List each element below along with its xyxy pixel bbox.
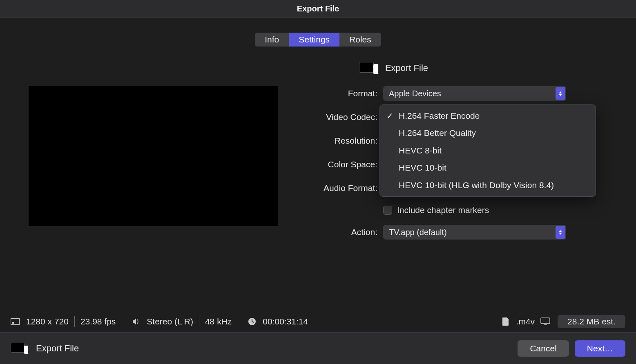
svg-rect-3 bbox=[541, 318, 550, 324]
video-preview bbox=[29, 86, 278, 226]
action-value: TV.app (default) bbox=[389, 228, 447, 237]
file-icon bbox=[502, 317, 509, 326]
tab-roles[interactable]: Roles bbox=[339, 33, 381, 47]
tab-info[interactable]: Info bbox=[255, 33, 289, 47]
footer-title: Export File bbox=[36, 343, 79, 354]
aspect-icon bbox=[11, 318, 20, 325]
format-value: Apple Devices bbox=[389, 89, 441, 98]
checkmark-icon: ✓ bbox=[386, 110, 393, 122]
status-fps: 23.98 fps bbox=[80, 317, 116, 326]
footer: Export File Cancel Next… bbox=[0, 332, 636, 364]
export-header: Export File bbox=[151, 62, 636, 74]
main-panel: Info Settings Roles Export File Format: … bbox=[0, 18, 636, 332]
chapter-markers-label: Include chapter markers bbox=[397, 205, 489, 215]
devices-icon bbox=[359, 62, 379, 74]
titlebar: Export File bbox=[0, 0, 636, 18]
svg-rect-4 bbox=[544, 324, 547, 325]
chevron-updown-icon bbox=[556, 87, 565, 100]
tab-settings[interactable]: Settings bbox=[289, 33, 339, 47]
resolution-label: Resolution: bbox=[306, 136, 377, 146]
color-space-label: Color Space: bbox=[306, 160, 377, 169]
codec-option-hevc-8bit[interactable]: HEVC 8-bit bbox=[380, 142, 596, 159]
format-select[interactable]: Apple Devices bbox=[383, 86, 566, 101]
devices-icon bbox=[11, 343, 29, 354]
action-label: Action: bbox=[306, 227, 377, 237]
codec-option-hevc-hlg[interactable]: HEVC 10-bit (HLG with Dolby Vision 8.4) bbox=[380, 177, 596, 194]
status-duration: 00:00:31:14 bbox=[263, 317, 308, 326]
video-codec-label: Video Codec: bbox=[306, 112, 377, 122]
window-title: Export File bbox=[297, 4, 339, 13]
codec-option-h264-faster[interactable]: ✓ H.264 Faster Encode bbox=[380, 107, 596, 124]
codec-option-hevc-10bit[interactable]: HEVC 10-bit bbox=[380, 159, 596, 176]
speaker-icon bbox=[132, 318, 140, 325]
cancel-button[interactable]: Cancel bbox=[518, 340, 569, 357]
display-icon bbox=[540, 317, 550, 326]
status-samplerate: 48 kHz bbox=[205, 317, 232, 326]
chevron-updown-icon bbox=[556, 226, 565, 239]
action-select[interactable]: TV.app (default) bbox=[383, 225, 566, 240]
settings-form: Format: Apple Devices Video Codec: Resol… bbox=[306, 86, 607, 240]
clock-icon bbox=[248, 317, 256, 326]
svg-rect-1 bbox=[12, 322, 14, 324]
next-button[interactable]: Next… bbox=[575, 340, 625, 357]
status-extension: .m4v bbox=[516, 317, 535, 326]
status-bar: 1280 x 720 23.98 fps Stereo (L R) 48 kHz… bbox=[0, 311, 636, 332]
format-label: Format: bbox=[306, 89, 377, 98]
divider bbox=[199, 316, 199, 327]
video-codec-dropdown: ✓ H.264 Faster Encode H.264 Better Quali… bbox=[379, 104, 596, 197]
svg-rect-0 bbox=[11, 319, 20, 325]
chapter-markers-checkbox[interactable] bbox=[383, 206, 392, 215]
divider bbox=[74, 316, 75, 327]
export-title: Export File bbox=[385, 63, 428, 73]
audio-format-label: Audio Format: bbox=[306, 183, 377, 193]
status-audio: Stereo (L R) bbox=[147, 317, 193, 326]
status-size-estimate: 28.2 MB est. bbox=[558, 315, 625, 328]
status-resolution: 1280 x 720 bbox=[26, 317, 69, 326]
codec-option-h264-better[interactable]: H.264 Better Quality bbox=[380, 124, 596, 142]
tab-bar: Info Settings Roles bbox=[0, 33, 636, 47]
